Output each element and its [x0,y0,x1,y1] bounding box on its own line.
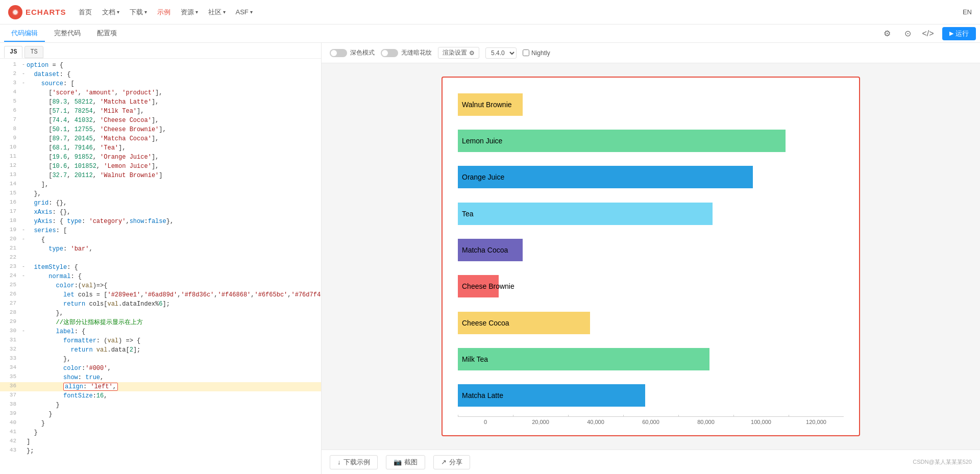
fold-indicator[interactable] [20,254,27,263]
code-line: 39 } [0,410,321,419]
download-button[interactable]: ↓ 下载示例 [330,455,378,469]
fold-indicator[interactable] [20,88,27,97]
code-text: } [27,419,319,428]
fold-indicator[interactable] [20,355,27,364]
fold-indicator[interactable]: - [20,235,27,244]
fold-indicator[interactable] [20,134,27,143]
copy-icon[interactable]: ⊙ [901,28,914,40]
fold-indicator[interactable] [20,391,27,401]
line-number: 36 [2,382,16,391]
fold-indicator[interactable]: - [20,272,27,281]
fold-indicator[interactable] [20,125,27,134]
fold-indicator[interactable] [20,382,27,391]
fold-indicator[interactable] [20,318,27,327]
code-panel[interactable]: JS TS 1-option = {2- dataset: {3- source… [0,43,322,474]
bar-row: Matcha Cocoa [458,237,844,263]
fold-indicator[interactable] [20,410,27,419]
fold-indicator[interactable] [20,300,27,309]
line-number: 20 [2,235,16,244]
tab-full-code[interactable]: 完整代码 [47,26,88,42]
fold-indicator[interactable] [20,244,27,254]
bar-row: Tea [458,201,844,227]
code-line: 27 return cols[val.dataIndex%6]; [0,300,321,309]
fold-indicator[interactable] [20,189,27,198]
nav-download[interactable]: 下载 ▾ [130,8,147,17]
fold-indicator[interactable] [20,198,27,208]
fold-indicator[interactable] [20,401,27,410]
fold-indicator[interactable] [20,208,27,217]
line-number: 30 [2,327,16,336]
fold-indicator[interactable]: - [20,79,27,88]
fold-indicator[interactable]: - [20,263,27,272]
fold-indicator[interactable] [20,281,27,290]
nav-resources[interactable]: 资源 ▾ [181,8,198,17]
tab-config[interactable]: 配置项 [90,26,124,42]
bar-wrap: Milk Tea [458,348,844,370]
lang-tab-js[interactable]: JS [4,46,22,58]
fold-indicator[interactable] [20,107,27,116]
fold-indicator[interactable] [20,428,27,437]
bar-wrap: Lemon Juice [458,130,844,152]
nightly-checkbox[interactable]: Nightly [523,49,550,57]
fold-indicator[interactable] [20,143,27,153]
nav-home[interactable]: 首页 [79,8,92,17]
run-button[interactable]: ▶ 运行 [942,27,976,40]
code-line: 22 [0,254,321,263]
chevron-down-icon: ▾ [223,9,226,15]
bar-label: Orange Juice [462,173,504,181]
fold-indicator[interactable] [20,180,27,189]
code-line: 15 }, [0,189,321,198]
nav-docs[interactable]: 文档 ▾ [102,8,119,17]
code-content[interactable]: 1-option = {2- dataset: {3- source: [4 [… [0,59,321,458]
lang-switch[interactable]: EN [963,8,972,16]
bar-wrap: Orange Juice [458,166,844,188]
settings-icon[interactable]: ⚙ [881,28,893,40]
nav-asf[interactable]: ASF ▾ [236,8,253,16]
code-icon[interactable]: </> [922,28,934,40]
fold-indicator[interactable] [20,364,27,373]
share-button[interactable]: ↗ 分享 [433,455,470,469]
line-number: 29 [2,318,16,327]
code-line: 10 [68.1, 79146, 'Tea'], [0,143,321,153]
fold-indicator[interactable]: - [20,61,27,70]
nav-community[interactable]: 社区 ▾ [208,8,226,17]
fold-indicator[interactable] [20,373,27,382]
theme-button[interactable]: 渲染设置 ⚙ [438,47,479,59]
bar-row: Walnut Brownie [458,91,844,118]
nightly-input[interactable] [523,49,529,56]
fold-indicator[interactable] [20,162,27,171]
fold-indicator[interactable] [20,97,27,107]
code-text: grid: {}, [27,198,319,208]
dark-mode-switch[interactable] [330,49,347,57]
dark-mode-label: 深色模式 [350,48,375,57]
fold-indicator[interactable]: - [20,70,27,79]
fold-indicator[interactable] [20,290,27,300]
fold-indicator[interactable] [20,309,27,318]
fold-indicator[interactable] [20,446,27,456]
code-text: [10.6, 101852, 'Lemon Juice'], [27,162,319,171]
code-text: source: [ [27,79,319,88]
fold-indicator[interactable] [20,437,27,446]
fold-indicator[interactable] [20,171,27,180]
fold-indicator[interactable] [20,336,27,345]
tab-code-editor[interactable]: 代码编辑 [4,26,45,42]
fold-indicator[interactable] [20,345,27,355]
fold-indicator[interactable] [20,419,27,428]
lang-tab-ts[interactable]: TS [24,46,43,58]
code-text: [50.1, 12755, 'Cheese Brownie'], [27,125,319,134]
version-select[interactable]: 5.4.0 5.3.0 5.2.0 [485,47,517,59]
nav-examples[interactable]: 示例 [157,8,170,17]
fold-indicator[interactable] [20,116,27,125]
x-tick: 120,000 [789,417,844,425]
bar-label: Cheese Brownie [462,282,514,290]
screenshot-button[interactable]: 📷 截图 [386,455,425,469]
line-number: 38 [2,401,16,410]
logo[interactable]: ECHARTS [8,5,66,19]
no-border-switch[interactable] [381,49,398,57]
dark-mode-toggle[interactable]: 深色模式 [330,48,375,57]
no-border-toggle[interactable]: 无缝暗花纹 [381,48,432,57]
fold-indicator[interactable]: - [20,226,27,235]
fold-indicator[interactable] [20,217,27,226]
fold-indicator[interactable] [20,153,27,162]
fold-indicator[interactable]: - [20,327,27,336]
